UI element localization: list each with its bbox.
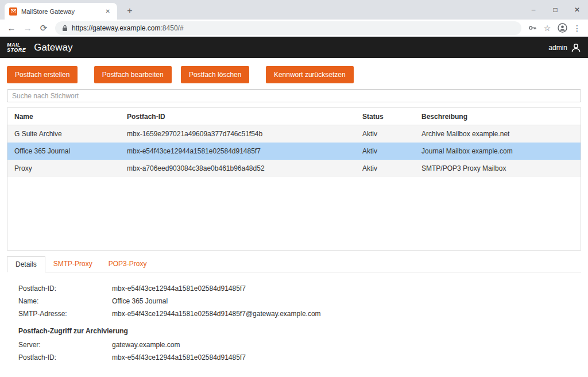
field-label: SMTP-Adresse: bbox=[18, 309, 112, 319]
column-header-status: Status bbox=[355, 108, 415, 125]
browser-tab[interactable]: MailStore Gateway ✕ bbox=[5, 3, 117, 20]
field-label: Postfach-ID: bbox=[18, 284, 112, 294]
url-path: :8450/# bbox=[161, 24, 184, 32]
detail-field-archive-postfach-id: Postfach-ID: mbx-e54f43ce12944a1581e0258… bbox=[18, 353, 570, 363]
cell-name: G Suite Archive bbox=[7, 125, 120, 143]
column-header-name: Name bbox=[7, 108, 120, 125]
field-value: gateway.example.com bbox=[112, 340, 180, 350]
table-header-row: Name Postfach-ID Status Beschreibung bbox=[7, 108, 581, 125]
delete-mailbox-button[interactable]: Postfach löschen bbox=[181, 66, 249, 83]
table-row-gsuite[interactable]: G Suite Archive mbx-1659e297021a49609a37… bbox=[7, 125, 581, 143]
cell-id: mbx-1659e297021a49609a377d746c51f54b bbox=[120, 125, 355, 143]
field-value: mbx-e54f43ce12944a1581e02584d91485f7 bbox=[112, 284, 246, 294]
archive-access-section-title: Postfach-Zugriff zur Archivierung bbox=[18, 327, 570, 335]
cell-description: Journal Mailbox example.com bbox=[415, 143, 581, 160]
column-header-beschreibung: Beschreibung bbox=[415, 108, 581, 125]
cell-status: Aktiv bbox=[355, 125, 415, 143]
cell-id: mbx-a706eed903084c38ae0b461b96a48d52 bbox=[120, 160, 355, 177]
user-icon bbox=[571, 43, 581, 52]
mailstore-favicon-icon bbox=[9, 7, 17, 16]
search-input[interactable] bbox=[7, 89, 581, 102]
search-row bbox=[0, 83, 588, 102]
cell-name: Office 365 Journal bbox=[7, 143, 120, 160]
bookmark-star-icon[interactable]: ☆ bbox=[540, 24, 555, 33]
user-name: admin bbox=[548, 44, 567, 52]
forward-icon: → bbox=[20, 23, 36, 33]
minimize-button[interactable]: – bbox=[523, 0, 544, 20]
edit-mailbox-button[interactable]: Postfach bearbeiten bbox=[94, 66, 172, 83]
maximize-button[interactable]: □ bbox=[544, 0, 566, 20]
detail-field-name: Name: Office 365 Journal bbox=[18, 297, 570, 306]
field-label: Postfach-ID: bbox=[18, 353, 112, 363]
detail-field-smtp-adresse: SMTP-Adresse: mbx-e54f43ce12944a1581e025… bbox=[18, 309, 570, 319]
cell-status: Aktiv bbox=[355, 160, 415, 177]
field-value: mbx-e54f43ce12944a1581e02584d91485f7 bbox=[112, 353, 246, 363]
tab-close-icon[interactable]: ✕ bbox=[103, 7, 113, 16]
field-value: mbx-e54f43ce12944a1581e02584d91485f7@gat… bbox=[112, 309, 321, 319]
url-host: https://gateway.example.com bbox=[72, 24, 161, 32]
field-label: Server: bbox=[18, 340, 112, 350]
table-row-proxy[interactable]: Proxy mbx-a706eed903084c38ae0b461b96a48d… bbox=[7, 160, 581, 177]
address-bar[interactable]: https://gateway.example.com:8450/# bbox=[55, 21, 521, 35]
app-header: MAIL STORE Gateway admin bbox=[0, 37, 588, 58]
window-controls: – □ ✕ bbox=[523, 0, 588, 20]
tab-title: MailStore Gateway bbox=[21, 8, 103, 15]
field-value: Office 365 Journal bbox=[112, 297, 168, 306]
detail-tabs: Details SMTP-Proxy POP3-Proxy bbox=[7, 256, 581, 272]
profile-avatar-icon[interactable] bbox=[555, 23, 570, 33]
reset-password-button[interactable]: Kennwort zurücksetzen bbox=[266, 66, 354, 83]
tab-pop3-proxy[interactable]: POP3-Proxy bbox=[100, 256, 155, 272]
user-menu[interactable]: admin bbox=[548, 43, 581, 52]
mailbox-table: Name Postfach-ID Status Beschreibung G S… bbox=[7, 107, 581, 251]
cell-status: Aktiv bbox=[355, 143, 415, 160]
detail-field-server: Server: gateway.example.com bbox=[18, 340, 570, 350]
browser-titlebar: MailStore Gateway ✕ + – □ ✕ bbox=[0, 0, 588, 20]
action-button-row: Postfach erstellen Postfach bearbeiten P… bbox=[0, 58, 588, 83]
cell-description: SMTP/POP3 Proxy Mailbox bbox=[415, 160, 581, 177]
browser-window: MailStore Gateway ✕ + – □ ✕ ← → ⟳ https:… bbox=[0, 0, 588, 377]
field-label: Name: bbox=[18, 297, 112, 306]
key-icon[interactable] bbox=[525, 24, 540, 32]
browser-toolbar: ← → ⟳ https://gateway.example.com:8450/#… bbox=[0, 20, 588, 37]
close-button[interactable]: ✕ bbox=[566, 0, 588, 20]
new-tab-button[interactable]: + bbox=[123, 4, 137, 18]
padlock-icon bbox=[62, 25, 68, 32]
detail-field-postfach-id: Postfach-ID: mbx-e54f43ce12944a1581e0258… bbox=[18, 284, 570, 294]
mailstore-logo: MAIL STORE bbox=[7, 43, 26, 53]
app-title: Gateway bbox=[34, 42, 72, 53]
cell-name: Proxy bbox=[7, 160, 120, 177]
table-row-office365-selected[interactable]: Office 365 Journal mbx-e54f43ce12944a158… bbox=[7, 143, 581, 160]
column-header-postfach-id: Postfach-ID bbox=[120, 108, 355, 125]
tab-details[interactable]: Details bbox=[7, 256, 45, 272]
menu-dots-icon[interactable]: ⋮ bbox=[570, 24, 585, 33]
cell-id: mbx-e54f43ce12944a1581e02584d91485f7 bbox=[120, 143, 355, 160]
create-mailbox-button[interactable]: Postfach erstellen bbox=[7, 66, 78, 83]
tab-smtp-proxy[interactable]: SMTP-Proxy bbox=[45, 256, 100, 272]
cell-description: Archive Mailbox example.net bbox=[415, 125, 581, 143]
back-icon[interactable]: ← bbox=[3, 23, 20, 33]
refresh-icon[interactable]: ⟳ bbox=[36, 23, 52, 33]
details-panel: Postfach-ID: mbx-e54f43ce12944a1581e0258… bbox=[0, 272, 588, 377]
